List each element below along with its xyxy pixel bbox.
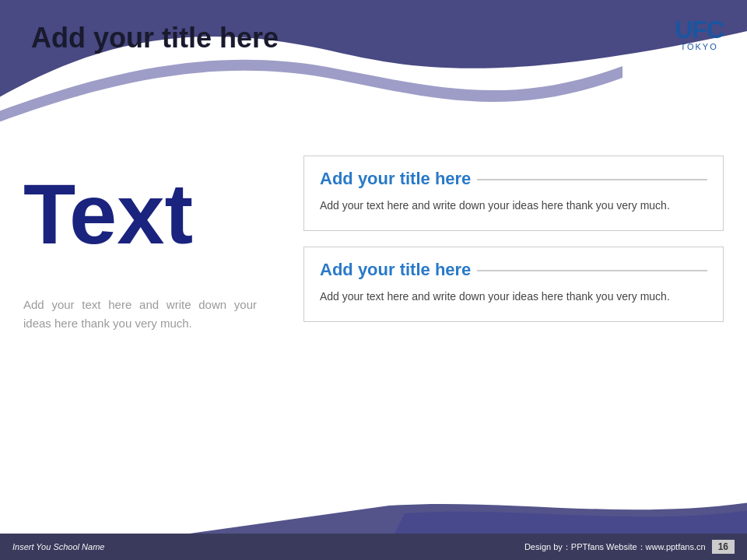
panel-2-title-line xyxy=(477,270,707,271)
header-title: Add your title here xyxy=(31,22,279,54)
panel-1-body-text: Add your text here and write down your i… xyxy=(320,197,707,215)
footer-school-name: Insert You School Name xyxy=(12,542,104,551)
logo-area: UFC TOKYO xyxy=(675,17,724,51)
panel-1: Add your title here Add your text here a… xyxy=(303,156,724,231)
panel-1-title-row: Add your title here xyxy=(320,169,707,189)
footer-right-group: Design by：PPTfans Website：www.pptfans.cn… xyxy=(524,540,735,554)
footer-page-number: 16 xyxy=(712,540,735,554)
panel-2-body-text: Add your text here and write down your i… xyxy=(320,288,707,306)
panel-2-title-row: Add your title here xyxy=(320,260,707,280)
left-body-text: Add your text here and write down your i… xyxy=(23,296,257,333)
slide: Add your title here UFC TOKYO Text Add y… xyxy=(0,0,747,560)
top-swoosh-decoration xyxy=(0,0,747,140)
panel-1-title-text: Add your title here xyxy=(320,169,471,189)
panel-2: Add your title here Add your text here a… xyxy=(303,247,724,322)
right-panels-container: Add your title here Add your text here a… xyxy=(303,156,724,322)
panel-2-title-text: Add your title here xyxy=(320,260,471,280)
big-text-word: Text xyxy=(23,171,193,257)
footer: Insert You School Name Design by：PPTfans… xyxy=(0,534,747,560)
logo-tokyo-text: TOKYO xyxy=(680,42,717,51)
panel-1-title-line xyxy=(477,179,707,180)
logo-ufc-text: UFC xyxy=(675,17,724,42)
footer-credit-text: Design by：PPTfans Website：www.pptfans.cn xyxy=(524,541,706,553)
